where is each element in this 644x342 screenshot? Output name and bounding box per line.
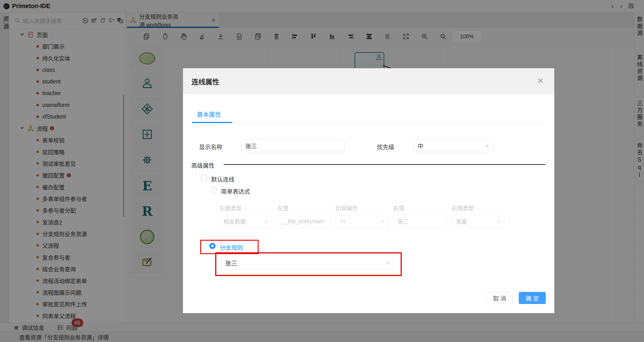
advanced-section-label: 高级属性 bbox=[191, 161, 214, 169]
expression-field-input[interactable]: __bfp_entity/nam bbox=[277, 215, 330, 228]
simple-expression-label: 简单表达式 bbox=[221, 187, 250, 195]
dialog-title: 连线属性 bbox=[192, 76, 219, 86]
display-name-input[interactable]: 张三 bbox=[241, 139, 344, 152]
chevron-down-icon: ∨ bbox=[486, 143, 489, 148]
expression-field-label: 左值类型 bbox=[219, 204, 242, 212]
default-line-label: 默认连线 bbox=[211, 175, 234, 183]
expression-field-label: 右值 bbox=[393, 204, 404, 212]
expression-field-input[interactable]: 张三 bbox=[393, 215, 446, 228]
simple-expression-radio[interactable] bbox=[211, 187, 217, 193]
expression-field-select[interactable]: 相关数据∨ bbox=[219, 215, 272, 228]
expression-field-value: 相关数据 bbox=[224, 217, 246, 225]
advanced-section-line bbox=[224, 164, 545, 165]
expression-field-value: == bbox=[340, 218, 346, 224]
expression-field-label: 左值 bbox=[277, 204, 288, 212]
priority-select[interactable]: 中 ∨ bbox=[414, 139, 493, 152]
priority-value: 中 bbox=[418, 142, 424, 150]
branch-rule-label: 分支规则 bbox=[220, 243, 243, 252]
ok-button[interactable]: 确 定 bbox=[519, 292, 546, 304]
expression-field-label: 比较操作 bbox=[335, 204, 358, 212]
cancel-button[interactable]: 取 消 bbox=[486, 292, 513, 304]
expression-field-value: 常量 bbox=[456, 217, 467, 225]
edge-properties-dialog: 连线属性 ✕ 基本属性 显示名称 张三 优先级 中 ∨ 高级属性 默认连线 简单… bbox=[183, 68, 554, 313]
default-line-checkbox[interactable] bbox=[201, 175, 207, 181]
branch-rule-value: 张三 bbox=[225, 258, 237, 267]
display-name-value: 张三 bbox=[246, 142, 257, 150]
expression-field-select[interactable]: 常量∨ bbox=[452, 215, 505, 228]
chevron-down-icon: ∨ bbox=[386, 260, 390, 266]
tab-basic-properties[interactable]: 基本属性 bbox=[197, 110, 221, 118]
priority-label: 优先级 bbox=[377, 142, 394, 151]
chevron-down-icon: ∨ bbox=[497, 218, 500, 224]
branch-rule-select[interactable]: 张三 ∨ bbox=[221, 256, 394, 270]
display-name-label: 显示名称 bbox=[199, 142, 222, 151]
dialog-header: 连线属性 ✕ bbox=[183, 68, 554, 94]
chevron-down-icon: ∨ bbox=[264, 218, 268, 224]
expression-field-label: 右值类型 bbox=[452, 204, 474, 212]
branch-rule-radio[interactable] bbox=[209, 243, 216, 249]
expression-field-value: __bfp_entity/nam bbox=[282, 218, 324, 224]
expression-field-value: 张三 bbox=[398, 217, 409, 225]
expression-field-select[interactable]: ==∨ bbox=[335, 215, 388, 228]
app-screen: Primeton-IDE ‹ › 资源 AIEn文 页面部门展示持久化实体cla… bbox=[0, 0, 644, 342]
tab-divider-line bbox=[191, 123, 546, 124]
chevron-down-icon: ∨ bbox=[381, 218, 384, 224]
dialog-close-icon[interactable]: ✕ bbox=[537, 76, 544, 85]
